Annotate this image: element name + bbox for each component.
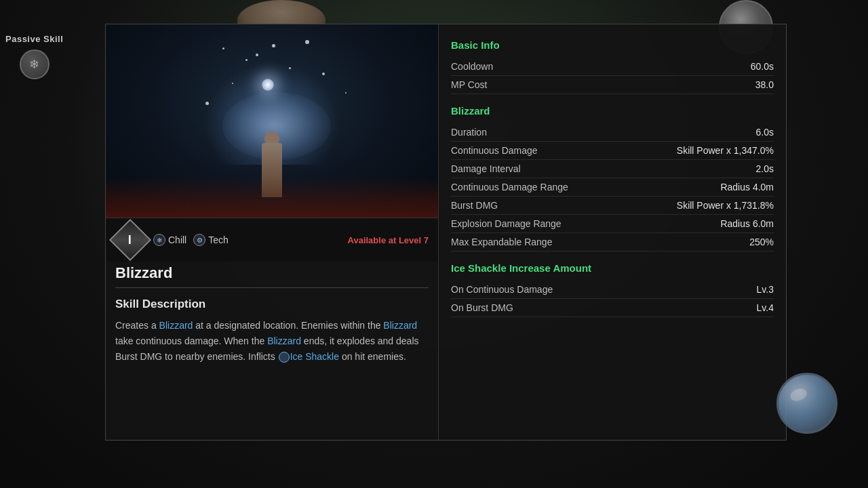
skill-orb — [262, 79, 274, 91]
passive-skill-area: Passive Skill ❄ — [5, 34, 63, 79]
stat-max-expandable: Max Expandable Range 250% — [451, 233, 774, 251]
skill-name: Blizzard — [115, 264, 172, 281]
skill-level: I — [128, 232, 132, 247]
chill-label: Chill — [168, 235, 186, 245]
blizzard-section-header: Blizzard — [451, 105, 774, 117]
stat-burst-dmg: Burst DMG Skill Power x 1,731.8% — [451, 197, 774, 215]
stat-damage-interval: Damage Interval 2.0s — [451, 160, 774, 178]
tech-icon: ⚙ — [193, 234, 205, 246]
on-burst-dmg-label: On Burst DMG — [451, 302, 513, 313]
explosion-range-value: Radius 6.0m — [720, 218, 774, 229]
main-panel: I ❄ Chill ⚙ Tech Available at Level 7 Bl… — [105, 24, 787, 441]
particle — [322, 73, 325, 75]
blizzard-link-2[interactable]: Blizzard — [383, 320, 417, 331]
stat-on-burst-dmg: On Burst DMG Lv.4 — [451, 299, 774, 317]
particle — [345, 92, 347, 94]
cooldown-label: Cooldown — [451, 61, 493, 72]
stat-cooldown: Cooldown 60.0s — [451, 58, 774, 76]
burst-dmg-value: Skill Power x 1,731.8% — [677, 200, 774, 211]
skill-left-panel: I ❄ Chill ⚙ Tech Available at Level 7 Bl… — [106, 24, 438, 440]
stat-duration: Duration 6.0s — [451, 123, 774, 142]
skill-info-bar: I ❄ Chill ⚙ Tech Available at Level 7 — [106, 218, 438, 262]
preview-character — [252, 116, 292, 197]
passive-skill-icon: ❄ — [20, 49, 50, 79]
damage-interval-label: Damage Interval — [451, 163, 521, 174]
skill-level-diamond: I — [109, 219, 151, 261]
cont-damage-value: Skill Power x 1,347.0% — [677, 145, 774, 156]
particle — [205, 102, 209, 105]
blizzard-link-3[interactable]: Blizzard — [267, 336, 301, 346]
burst-dmg-label: Burst DMG — [451, 200, 498, 211]
on-cont-damage-value: Lv.3 — [757, 284, 774, 295]
on-burst-dmg-value: Lv.4 — [757, 302, 774, 313]
mp-cost-label: MP Cost — [451, 79, 487, 90]
duration-label: Duration — [451, 127, 487, 138]
explosion-range-label: Explosion Damage Range — [451, 218, 561, 229]
particle — [245, 59, 248, 61]
skill-name-row: Blizzard — [106, 262, 438, 287]
robot-decoration — [766, 373, 848, 468]
blizzard-link-1[interactable]: Blizzard — [159, 320, 193, 331]
cont-range-label: Continuous Damage Range — [451, 182, 568, 192]
stat-cont-damage: Continuous Damage Skill Power x 1,347.0% — [451, 142, 774, 160]
particle — [289, 67, 291, 69]
skill-desc-area: Skill Description Creates a Blizzard at … — [106, 288, 438, 440]
skill-tag-tech: ⚙ Tech — [193, 234, 229, 246]
particle — [256, 54, 258, 56]
cont-range-value: Radius 4.0m — [720, 182, 774, 192]
stat-explosion-range: Explosion Damage Range Radius 6.0m — [451, 215, 774, 233]
chill-icon: ❄ — [153, 234, 165, 246]
stat-on-cont-damage: On Continuous Damage Lv.3 — [451, 281, 774, 299]
skill-preview — [106, 24, 438, 218]
skill-desc-title: Skill Description — [115, 298, 429, 311]
stat-cont-range: Continuous Damage Range Radius 4.0m — [451, 178, 774, 197]
particle — [232, 83, 233, 84]
basic-info-header: Basic Info — [451, 39, 774, 51]
skill-available-text: Available at Level 7 — [348, 235, 429, 245]
ice-shackle-link[interactable]: Ice Shackle — [290, 351, 339, 362]
ice-shackle-header: Ice Shackle Increase Amount — [451, 262, 774, 274]
on-cont-damage-label: On Continuous Damage — [451, 284, 553, 295]
mp-cost-value: 38.0 — [755, 79, 774, 90]
duration-value: 6.0s — [756, 127, 774, 138]
passive-skill-label: Passive Skill — [5, 34, 63, 44]
robot-sphere — [776, 373, 837, 434]
skill-right-panel: Basic Info Cooldown 60.0s MP Cost 38.0 B… — [438, 24, 786, 440]
cont-damage-label: Continuous Damage — [451, 145, 538, 156]
damage-interval-value: 2.0s — [756, 163, 774, 174]
particle — [272, 44, 275, 47]
max-expandable-label: Max Expandable Range — [451, 237, 552, 247]
tech-label: Tech — [208, 235, 229, 245]
particle — [305, 40, 309, 44]
max-expandable-value: 250% — [749, 237, 774, 247]
preview-char-body — [262, 143, 282, 197]
stat-mp-cost: MP Cost 38.0 — [451, 76, 774, 94]
ice-shackle-icon-inline — [279, 352, 290, 363]
skill-description: Creates a Blizzard at a designated locat… — [115, 318, 429, 365]
particle — [222, 47, 224, 49]
skill-tag-chill: ❄ Chill — [153, 234, 186, 246]
skill-tags: ❄ Chill ⚙ Tech — [153, 234, 340, 246]
cooldown-value: 60.0s — [751, 61, 774, 72]
